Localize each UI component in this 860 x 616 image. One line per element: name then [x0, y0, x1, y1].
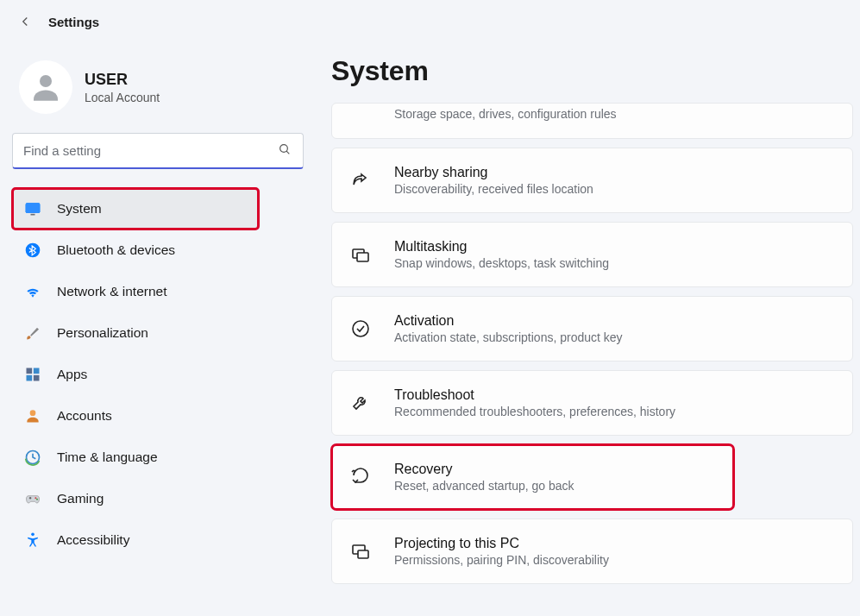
card-desc: Activation state, subscriptions, product… [394, 330, 623, 344]
card-title: Nearby sharing [394, 165, 593, 180]
system-icon [24, 200, 41, 217]
svg-point-1 [280, 145, 288, 153]
sidebar-item-accounts[interactable]: Accounts [12, 395, 311, 437]
wrench-icon [349, 392, 372, 414]
svg-point-18 [353, 321, 368, 336]
sidebar-item-label: Gaming [57, 491, 104, 506]
card-desc: Snap windows, desktops, task switching [394, 256, 609, 270]
accessibility-icon [24, 531, 41, 549]
search-wrap [12, 133, 304, 169]
search-icon [278, 142, 292, 160]
avatar [19, 60, 72, 114]
check-circle-icon [349, 317, 372, 340]
card-desc: Discoverability, received files location [394, 182, 593, 196]
card-troubleshoot[interactable]: Troubleshoot Recommended troubleshooters… [331, 370, 853, 436]
sidebar-item-label: Accounts [57, 408, 112, 424]
sidebar-item-label: Network & internet [57, 284, 167, 299]
svg-rect-7 [27, 368, 33, 374]
sidebar-item-label: Apps [57, 367, 87, 382]
svg-rect-20 [358, 550, 368, 558]
main-content: System Storage space, drives, configurat… [311, 40, 860, 613]
sidebar-item-label: System [57, 201, 102, 217]
share-icon [349, 169, 372, 192]
gaming-icon [24, 490, 41, 507]
card-activation[interactable]: Activation Activation state, subscriptio… [331, 296, 853, 361]
storage-icon [349, 105, 372, 128]
svg-point-0 [40, 75, 52, 87]
nav-list: System Bluetooth & devices Network & int… [12, 188, 311, 561]
sidebar: USER Local Account System Bluetooth & [0, 40, 311, 613]
card-title: Activation [394, 313, 623, 329]
svg-rect-8 [34, 368, 40, 374]
back-icon[interactable] [17, 14, 33, 29]
sidebar-item-apps[interactable]: Apps [12, 354, 311, 395]
wifi-icon [24, 283, 41, 300]
sidebar-item-bluetooth[interactable]: Bluetooth & devices [12, 229, 311, 271]
sidebar-item-system[interactable]: System [12, 188, 259, 229]
svg-rect-17 [357, 253, 368, 261]
project-icon [349, 540, 372, 563]
card-title: Projecting to this PC [394, 536, 609, 551]
card-title: Recovery [394, 462, 574, 477]
apps-icon [24, 366, 41, 383]
bluetooth-icon [24, 242, 41, 259]
sidebar-item-time[interactable]: Time & language [12, 437, 311, 478]
sidebar-item-label: Accessibility [57, 532, 129, 548]
sidebar-item-network[interactable]: Network & internet [12, 271, 311, 312]
sidebar-item-label: Personalization [57, 325, 148, 341]
accounts-icon [24, 407, 41, 424]
multitask-icon [349, 243, 372, 266]
card-storage[interactable]: Storage space, drives, configuration rul… [331, 103, 853, 139]
sidebar-item-label: Time & language [57, 449, 158, 465]
card-title: Troubleshoot [394, 387, 675, 403]
clock-icon [24, 449, 41, 466]
app-title: Settings [48, 15, 99, 29]
svg-point-15 [31, 533, 35, 537]
svg-rect-5 [31, 214, 35, 216]
card-desc: Storage space, drives, configuration rul… [394, 107, 617, 121]
card-recovery[interactable]: Recovery Reset, advanced startup, go bac… [331, 444, 734, 510]
svg-point-11 [30, 410, 36, 416]
svg-rect-9 [27, 375, 33, 381]
account-name: USER [85, 71, 160, 89]
page-title: System [331, 55, 853, 87]
svg-rect-4 [26, 203, 41, 213]
account-block[interactable]: USER Local Account [12, 55, 311, 133]
card-projecting[interactable]: Projecting to this PC Permissions, pairi… [331, 519, 853, 584]
card-desc: Reset, advanced startup, go back [394, 479, 574, 493]
svg-point-14 [36, 499, 38, 500]
card-desc: Recommended troubleshooters, preferences… [394, 405, 675, 418]
card-desc: Permissions, pairing PIN, discoverabilit… [394, 553, 609, 567]
sidebar-item-personalization[interactable]: Personalization [12, 312, 311, 354]
search-input[interactable] [12, 133, 304, 169]
sidebar-item-gaming[interactable]: Gaming [12, 478, 311, 519]
brush-icon [24, 324, 41, 342]
svg-point-13 [35, 497, 36, 499]
card-multitasking[interactable]: Multitasking Snap windows, desktops, tas… [331, 222, 853, 287]
account-type: Local Account [85, 91, 160, 104]
recovery-icon [349, 466, 372, 488]
sidebar-item-label: Bluetooth & devices [57, 242, 175, 258]
card-title: Multitasking [394, 239, 609, 255]
svg-line-2 [286, 151, 289, 154]
app-header: Settings [0, 0, 860, 40]
sidebar-item-accessibility[interactable]: Accessibility [12, 519, 311, 561]
settings-list: Storage space, drives, configuration rul… [331, 103, 853, 584]
svg-rect-10 [34, 375, 40, 381]
card-nearby-sharing[interactable]: Nearby sharing Discoverability, received… [331, 148, 853, 213]
